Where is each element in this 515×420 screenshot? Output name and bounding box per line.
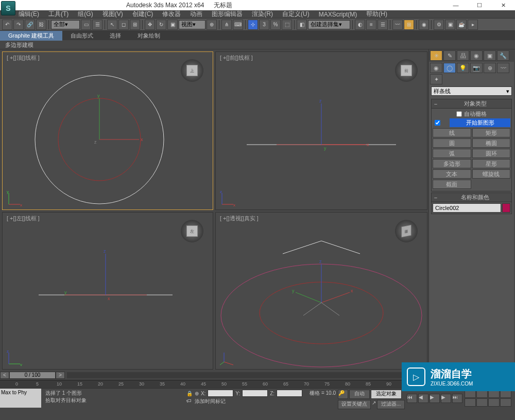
play-icon[interactable]: ▶: [430, 394, 440, 403]
arc-button[interactable]: 弧: [433, 149, 471, 158]
utilities-tab-icon[interactable]: 🔧: [497, 50, 509, 61]
tab-freeform[interactable]: 自由形式: [62, 31, 101, 41]
spinner-snap-icon[interactable]: ⬚: [282, 20, 292, 30]
time-tag-icon[interactable]: 🏷: [186, 398, 192, 405]
pan-icon[interactable]: [465, 398, 476, 407]
start-new-checkbox[interactable]: [435, 120, 440, 126]
text-button[interactable]: 文本: [433, 169, 471, 179]
create-tab-icon[interactable]: ✳: [430, 50, 442, 61]
cameras-cat-icon[interactable]: 📷: [470, 63, 483, 73]
lock-icon[interactable]: 🔒: [186, 391, 193, 396]
motion-tab-icon[interactable]: ◉: [470, 50, 483, 61]
angle-snap-icon[interactable]: 3: [259, 20, 269, 30]
undo-icon[interactable]: ↶: [2, 20, 12, 30]
selected-object-dropdown[interactable]: 选定对象: [371, 390, 402, 399]
tab-object-paint[interactable]: 对象绘制: [129, 31, 168, 41]
goto-end-icon[interactable]: ⏭: [452, 394, 462, 403]
viewport-front[interactable]: [ +[]前[]线框 ] x z y 前 zx: [215, 51, 427, 210]
time-prev-icon[interactable]: <: [0, 372, 9, 379]
key-mode-icon[interactable]: 🔑: [338, 390, 348, 399]
rectangle-button[interactable]: 矩形: [472, 128, 511, 137]
key-filters-button[interactable]: 过滤器...: [377, 400, 405, 409]
add-time-tag[interactable]: 添加时间标记: [195, 398, 226, 405]
link-icon[interactable]: 🔗: [25, 20, 35, 30]
viewcube-persp[interactable]: ▦: [395, 220, 418, 242]
menu-rendering[interactable]: 渲染(R): [252, 10, 273, 19]
maximize-button[interactable]: ☐: [468, 0, 491, 10]
space-warps-cat-icon[interactable]: 〰: [497, 63, 509, 73]
tab-selection[interactable]: 选择: [101, 31, 129, 41]
curve-editor-icon[interactable]: 〰: [392, 20, 403, 30]
hierarchy-tab-icon[interactable]: 品: [457, 50, 469, 61]
coord-x-input[interactable]: [208, 390, 233, 397]
goto-start-icon[interactable]: ⏮: [407, 394, 417, 403]
viewport-left[interactable]: [ +[]左[]线框 ] y z x 左 zy: [2, 212, 213, 370]
app-logo-icon[interactable]: S: [1, 1, 15, 15]
render-setup-icon[interactable]: ⚙: [434, 20, 444, 30]
helpers-cat-icon[interactable]: ⊕: [484, 63, 496, 73]
start-new-shape-button[interactable]: 开始新图形: [450, 118, 510, 127]
unlink-icon[interactable]: ⛓: [36, 20, 46, 30]
menu-views[interactable]: 视图(V): [102, 10, 123, 19]
select-rect-icon[interactable]: ◻: [118, 20, 129, 30]
section-button[interactable]: 截面: [433, 180, 471, 189]
ngon-button[interactable]: 多边形: [433, 159, 471, 168]
shapes-cat-icon[interactable]: ◯: [443, 63, 456, 73]
viewcube-front[interactable]: 前: [395, 59, 418, 82]
menu-tools[interactable]: 工具(T): [48, 10, 68, 19]
mirror-icon[interactable]: ◐: [355, 20, 365, 30]
manipulate-icon[interactable]: ⋔: [221, 20, 232, 30]
helix-button[interactable]: 螺旋线: [472, 169, 511, 179]
viewcube-left[interactable]: 左: [181, 220, 203, 242]
select-icon[interactable]: ▭: [81, 20, 91, 30]
menu-create[interactable]: 创建(C): [132, 10, 153, 19]
auto-key-button[interactable]: 自动: [349, 390, 370, 399]
object-name-input[interactable]: [433, 203, 501, 213]
menu-group[interactable]: 组(G): [78, 10, 93, 19]
star-button[interactable]: 星形: [472, 159, 511, 168]
viewport-perspective[interactable]: [ +[]透视[]真实 ] x y z ▦: [215, 212, 427, 370]
material-editor-icon[interactable]: ◉: [419, 20, 429, 30]
orbit-icon[interactable]: [476, 398, 488, 407]
schematic-icon[interactable]: ⊞: [404, 20, 414, 30]
ellipse-button[interactable]: 椭圆: [472, 138, 511, 148]
lights-cat-icon[interactable]: 💡: [457, 63, 469, 73]
scale-icon[interactable]: ▣: [167, 20, 178, 30]
autogrid-checkbox[interactable]: [456, 111, 462, 117]
layers-icon[interactable]: ☰: [377, 20, 388, 30]
rotate-icon[interactable]: ↻: [156, 20, 166, 30]
display-tab-icon[interactable]: ▣: [484, 50, 496, 61]
tab-graphite[interactable]: Graphite 建模工具: [0, 31, 62, 41]
percent-snap-icon[interactable]: %: [270, 20, 281, 30]
name-color-rollout[interactable]: −名称和颜色: [431, 192, 512, 202]
line-button[interactable]: 线: [433, 128, 471, 137]
render-frame-icon[interactable]: ▣: [445, 20, 455, 30]
selection-filter-dropdown[interactable]: 全部▾: [51, 20, 80, 29]
prev-frame-icon[interactable]: ◀: [418, 394, 428, 403]
menu-maxscript[interactable]: MAXScript(M): [319, 11, 357, 18]
close-button[interactable]: ✕: [491, 0, 515, 10]
modify-tab-icon[interactable]: ✎: [443, 50, 456, 61]
ref-coord-dropdown[interactable]: 视图▾: [179, 20, 205, 29]
menu-graph-editors[interactable]: 图形编辑器: [212, 10, 243, 19]
render-icon[interactable]: ☕: [456, 20, 467, 30]
time-next-icon[interactable]: >: [56, 372, 65, 379]
named-selection-dropdown[interactable]: 创建选择集▾: [308, 20, 350, 29]
select-object-icon[interactable]: ↖: [107, 20, 117, 30]
object-type-rollout[interactable]: −对象类型: [431, 99, 512, 109]
object-color-swatch[interactable]: [502, 203, 510, 213]
menu-help[interactable]: 帮助(H): [366, 10, 387, 19]
viewport-top[interactable]: [ +[]顶[]线框 ] x y z 上 yx: [2, 51, 213, 210]
maximize-viewport-icon[interactable]: [488, 398, 500, 407]
align-icon[interactable]: ≡: [366, 20, 376, 30]
ribbon-subtab[interactable]: 多边形建模: [0, 40, 515, 49]
set-key-button[interactable]: 设置关键点: [338, 400, 371, 409]
window-crossing-icon[interactable]: ⊞: [130, 20, 140, 30]
coord-z-input[interactable]: [277, 390, 302, 397]
subcategory-dropdown[interactable]: 样条线▾: [431, 86, 512, 96]
minimize-button[interactable]: —: [444, 0, 468, 10]
time-pos[interactable]: 0 / 100: [9, 372, 56, 379]
named-sel-icon[interactable]: ◧: [297, 20, 307, 30]
render-prod-icon[interactable]: ▸: [468, 20, 478, 30]
snap-toggle-icon[interactable]: ⊹: [248, 20, 258, 30]
